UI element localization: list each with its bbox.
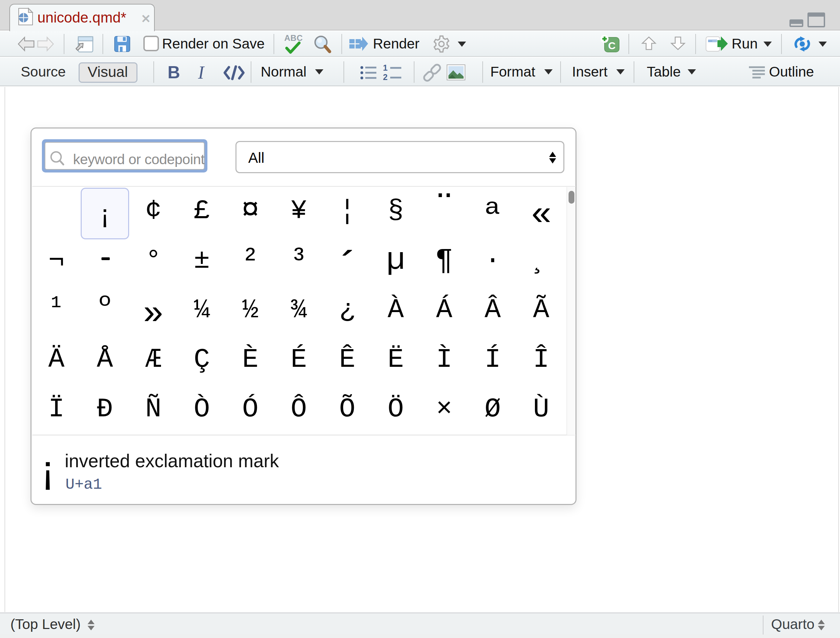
svg-text:C: C [608,40,616,51]
svg-text:2: 2 [383,73,387,82]
svg-text:1: 1 [383,63,387,73]
